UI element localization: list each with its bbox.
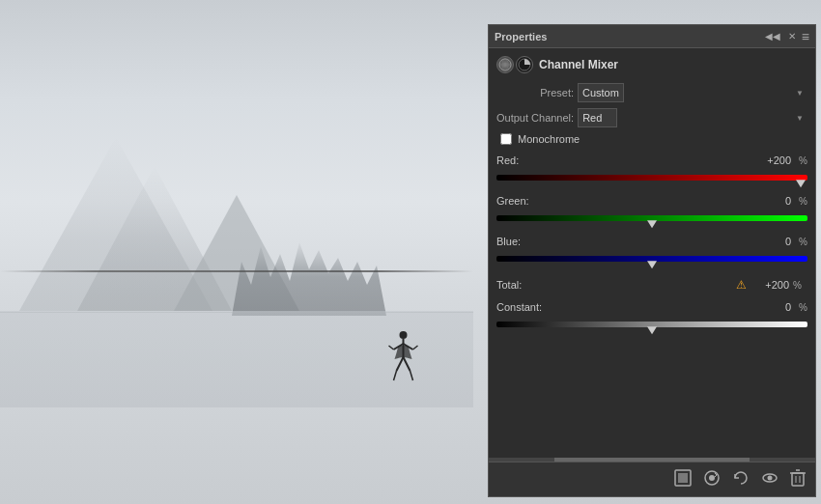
collapse-button[interactable]: ◀◀ bbox=[763, 32, 782, 42]
green-slider-thumb bbox=[647, 220, 657, 228]
constant-slider-header: Constant: 0 % bbox=[496, 301, 807, 313]
svg-line-5 bbox=[413, 346, 418, 350]
preset-row: Preset: Custom Default ▼ bbox=[496, 83, 807, 102]
constant-slider-section: Constant: 0 % bbox=[496, 301, 807, 334]
total-row: Total: ⚠ +200 % bbox=[496, 276, 807, 294]
output-channel-select-wrapper: Red Green Blue ▼ bbox=[578, 108, 807, 127]
blue-value: 0 bbox=[752, 236, 791, 247]
blue-slider-header: Blue: 0 % bbox=[496, 236, 807, 247]
red-slider-track bbox=[496, 175, 807, 181]
svg-line-3 bbox=[389, 346, 394, 350]
green-slider-section: Green: 0 % bbox=[496, 195, 807, 228]
red-value-group: +200 % bbox=[752, 154, 807, 166]
svg-line-8 bbox=[404, 357, 410, 371]
scroll-indicator bbox=[489, 458, 815, 462]
svg-line-6 bbox=[397, 357, 404, 371]
svg-rect-22 bbox=[792, 473, 804, 486]
constant-value-group: 0 % bbox=[752, 301, 807, 313]
panel-title: Properties bbox=[495, 31, 547, 42]
warning-icon: ⚠ bbox=[736, 278, 747, 292]
green-value: 0 bbox=[752, 195, 791, 207]
monochrome-row: Monochrome bbox=[496, 133, 807, 145]
svg-point-19 bbox=[709, 475, 715, 481]
panel-content: Channel Mixer Preset: Custom Default ▼ O… bbox=[489, 48, 815, 458]
blue-label: Blue: bbox=[496, 236, 545, 247]
blue-unit: % bbox=[793, 237, 807, 247]
scroll-indicator-bar bbox=[554, 458, 750, 462]
panel-menu-icon[interactable]: ≡ bbox=[802, 29, 809, 44]
constant-slider-track bbox=[496, 322, 807, 327]
green-unit: % bbox=[793, 196, 807, 207]
wire bbox=[0, 270, 473, 272]
monochrome-label: Monochrome bbox=[518, 133, 580, 145]
close-button[interactable]: ✕ bbox=[786, 32, 798, 42]
svg-line-7 bbox=[394, 371, 397, 380]
constant-slider-container[interactable] bbox=[496, 315, 807, 334]
channel-mixer-icons bbox=[496, 56, 533, 73]
red-unit: % bbox=[793, 155, 807, 166]
output-channel-label: Output Channel: bbox=[496, 112, 574, 124]
total-value-area: ⚠ +200 % bbox=[736, 278, 807, 292]
total-label: Total: bbox=[496, 279, 522, 291]
blue-slider-thumb bbox=[647, 261, 657, 268]
channel-mixer-title: Channel Mixer bbox=[539, 58, 618, 71]
delete-button[interactable] bbox=[788, 467, 807, 491]
view-button[interactable] bbox=[701, 467, 722, 491]
panel-titlebar: Properties ◀◀ ✕ ≡ bbox=[489, 25, 815, 48]
properties-panel: Properties ◀◀ ✕ ≡ bbox=[488, 24, 816, 497]
preset-label: Preset: bbox=[496, 87, 574, 98]
globe-icon bbox=[496, 56, 514, 73]
blue-value-group: 0 % bbox=[752, 236, 807, 247]
svg-point-0 bbox=[400, 331, 408, 339]
output-channel-select[interactable]: Red Green Blue bbox=[578, 108, 617, 127]
red-label: Red: bbox=[496, 154, 545, 166]
red-slider-container[interactable] bbox=[496, 168, 807, 187]
red-slider-section: Red: +200 % bbox=[496, 154, 807, 187]
green-slider-track bbox=[496, 215, 807, 221]
output-channel-select-arrow: ▼ bbox=[796, 114, 804, 123]
channel-mixer-header: Channel Mixer bbox=[496, 56, 807, 73]
visibility-toggle-button[interactable] bbox=[759, 467, 780, 491]
svg-point-21 bbox=[768, 476, 773, 481]
constant-unit: % bbox=[793, 302, 807, 313]
red-slider-thumb bbox=[796, 180, 806, 187]
panel-toolbar bbox=[489, 462, 815, 496]
reset-button[interactable] bbox=[730, 467, 751, 491]
adjustment-icon bbox=[516, 56, 533, 73]
red-value: +200 bbox=[752, 154, 791, 166]
green-value-group: 0 % bbox=[752, 195, 807, 207]
blue-slider-track bbox=[496, 256, 807, 262]
green-label: Green: bbox=[496, 195, 545, 207]
blue-slider-section: Blue: 0 % bbox=[496, 236, 807, 268]
output-channel-row: Output Channel: Red Green Blue ▼ bbox=[496, 108, 807, 127]
add-mask-button[interactable] bbox=[672, 467, 694, 491]
blue-slider-container[interactable] bbox=[496, 249, 807, 268]
preset-select[interactable]: Custom Default bbox=[578, 83, 624, 102]
figure bbox=[386, 330, 420, 383]
svg-rect-17 bbox=[678, 473, 688, 483]
constant-value: 0 bbox=[752, 301, 791, 313]
preset-select-arrow: ▼ bbox=[796, 89, 804, 98]
green-slider-container[interactable] bbox=[496, 209, 807, 228]
panel-title-controls: ◀◀ ✕ ≡ bbox=[763, 29, 809, 44]
green-slider-header: Green: 0 % bbox=[496, 195, 807, 207]
monochrome-checkbox[interactable] bbox=[500, 133, 512, 145]
red-slider-header: Red: +200 % bbox=[496, 154, 807, 166]
constant-label: Constant: bbox=[496, 301, 545, 313]
constant-slider-thumb bbox=[647, 326, 657, 334]
total-unit: % bbox=[793, 280, 807, 291]
total-value: +200 bbox=[750, 279, 789, 291]
svg-line-9 bbox=[410, 371, 413, 380]
preset-select-wrapper: Custom Default ▼ bbox=[578, 83, 807, 102]
